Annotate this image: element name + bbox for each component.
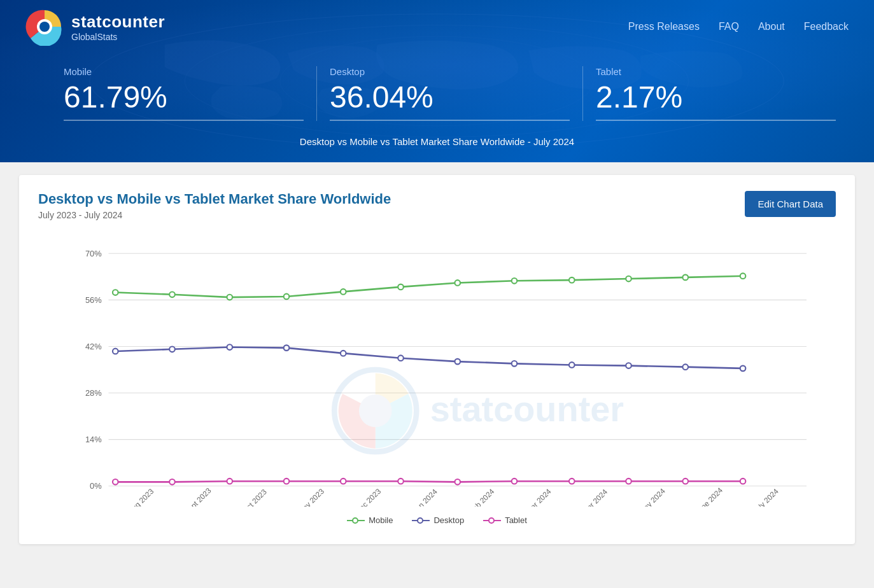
- svg-text:June 2024: June 2024: [693, 486, 724, 507]
- svg-point-52: [569, 362, 575, 368]
- logo-area[interactable]: statcounter GlobalStats: [25, 8, 165, 46]
- svg-point-59: [284, 479, 290, 484]
- svg-point-36: [341, 289, 346, 295]
- svg-text:Apr 2024: Apr 2024: [581, 487, 609, 507]
- svg-point-46: [227, 344, 232, 350]
- nav-press-releases[interactable]: Press Releases: [628, 21, 700, 32]
- svg-point-48: [341, 351, 346, 356]
- svg-point-30: [359, 395, 392, 428]
- svg-text:42%: 42%: [85, 342, 102, 351]
- svg-text:70%: 70%: [85, 249, 102, 258]
- svg-text:Sept 2023: Sept 2023: [183, 486, 213, 507]
- svg-text:Jan 2024: Jan 2024: [411, 487, 439, 507]
- stat-tablet-underline: [596, 120, 836, 121]
- svg-point-38: [455, 280, 460, 286]
- svg-point-40: [569, 277, 575, 283]
- logo-text: statcounter GlobalStats: [71, 12, 165, 42]
- chart-container: 0% 14% 28% 42% 56% 70% Aug 2023 Sept 202…: [38, 233, 836, 525]
- chart-legend: Mobile Desktop Tablet: [38, 515, 836, 525]
- svg-text:May 2024: May 2024: [637, 486, 667, 507]
- legend-tablet-label: Tablet: [505, 515, 527, 525]
- nav-about[interactable]: About: [758, 21, 785, 32]
- svg-point-39: [512, 278, 518, 284]
- svg-point-63: [512, 479, 518, 484]
- stat-desktop-label: Desktop: [330, 66, 570, 77]
- nav-links: Press Releases FAQ About Feedback: [628, 21, 849, 32]
- svg-point-58: [227, 479, 232, 484]
- svg-text:Oct 2023: Oct 2023: [241, 487, 269, 507]
- stat-mobile: Mobile 61.79%: [25, 66, 317, 121]
- logo-icon: [25, 8, 64, 46]
- stat-desktop-value: 36.04%: [330, 80, 570, 115]
- svg-point-61: [398, 479, 404, 484]
- svg-point-53: [626, 363, 631, 368]
- svg-point-34: [227, 295, 232, 300]
- svg-point-37: [398, 284, 404, 290]
- stat-mobile-value: 61.79%: [64, 80, 304, 115]
- line-chart: 0% 14% 28% 42% 56% 70% Aug 2023 Sept 202…: [38, 233, 836, 507]
- svg-point-45: [169, 346, 175, 352]
- svg-point-60: [341, 479, 346, 484]
- svg-text:Aug 2023: Aug 2023: [127, 487, 156, 507]
- svg-point-44: [113, 349, 118, 354]
- legend-mobile: Mobile: [347, 515, 393, 525]
- svg-text:Dec 2023: Dec 2023: [353, 487, 383, 507]
- svg-point-43: [740, 273, 746, 279]
- header: statcounter GlobalStats Press Releases F…: [0, 0, 874, 162]
- svg-text:14%: 14%: [85, 435, 102, 444]
- svg-point-57: [169, 479, 175, 485]
- svg-point-56: [113, 479, 118, 485]
- chart-header: Desktop vs Mobile vs Tablet Market Share…: [38, 191, 836, 220]
- svg-point-33: [169, 291, 175, 297]
- svg-point-32: [113, 290, 118, 295]
- svg-point-67: [740, 479, 746, 484]
- svg-text:Mar 2024: Mar 2024: [524, 487, 553, 507]
- svg-point-50: [455, 359, 460, 365]
- chart-section: Desktop vs Mobile vs Tablet Market Share…: [19, 175, 855, 544]
- brand-name: statcounter: [71, 12, 165, 32]
- header-chart-title: Desktop vs Mobile vs Tablet Market Share…: [0, 127, 874, 150]
- svg-point-35: [284, 294, 290, 300]
- svg-point-66: [682, 479, 688, 484]
- svg-point-47: [284, 345, 290, 351]
- svg-text:Feb 2024: Feb 2024: [467, 487, 496, 507]
- stat-tablet-value: 2.17%: [596, 80, 836, 115]
- svg-point-42: [682, 275, 688, 281]
- legend-desktop-label: Desktop: [433, 515, 464, 525]
- svg-point-51: [512, 361, 518, 367]
- edit-chart-button[interactable]: Edit Chart Data: [745, 191, 836, 217]
- svg-point-41: [626, 276, 631, 282]
- svg-text:0%: 0%: [90, 481, 102, 491]
- stat-mobile-label: Mobile: [64, 66, 304, 77]
- svg-point-65: [626, 479, 631, 484]
- legend-tablet: Tablet: [483, 515, 527, 525]
- chart-title: Desktop vs Mobile vs Tablet Market Share…: [38, 191, 391, 207]
- nav-faq[interactable]: FAQ: [719, 21, 739, 32]
- stats-area: Mobile 61.79% Desktop 36.04% Tablet 2.17…: [0, 53, 874, 127]
- svg-point-62: [455, 479, 460, 485]
- svg-text:July 2024: July 2024: [751, 487, 780, 507]
- stat-tablet-label: Tablet: [596, 66, 836, 77]
- stat-mobile-underline: [64, 120, 304, 121]
- svg-point-55: [740, 366, 746, 372]
- svg-text:28%: 28%: [85, 388, 102, 398]
- svg-point-64: [569, 479, 575, 484]
- svg-point-49: [398, 355, 404, 361]
- stat-desktop-underline: [330, 120, 570, 121]
- chart-date-range: July 2023 - July 2024: [38, 210, 391, 220]
- nav-bar: statcounter GlobalStats Press Releases F…: [0, 0, 874, 53]
- legend-mobile-label: Mobile: [369, 515, 393, 525]
- stat-tablet: Tablet 2.17%: [583, 66, 849, 121]
- svg-text:56%: 56%: [85, 295, 102, 305]
- brand-sub: GlobalStats: [71, 32, 165, 42]
- nav-feedback[interactable]: Feedback: [804, 21, 849, 32]
- svg-text:statcounter: statcounter: [430, 389, 624, 429]
- svg-point-5: [39, 22, 50, 32]
- chart-title-text: Desktop vs Mobile vs Tablet Market Share…: [38, 191, 391, 220]
- legend-desktop: Desktop: [412, 515, 464, 525]
- stat-desktop: Desktop 36.04%: [317, 66, 583, 121]
- svg-point-54: [682, 364, 688, 370]
- svg-text:Nov 2023: Nov 2023: [297, 487, 326, 507]
